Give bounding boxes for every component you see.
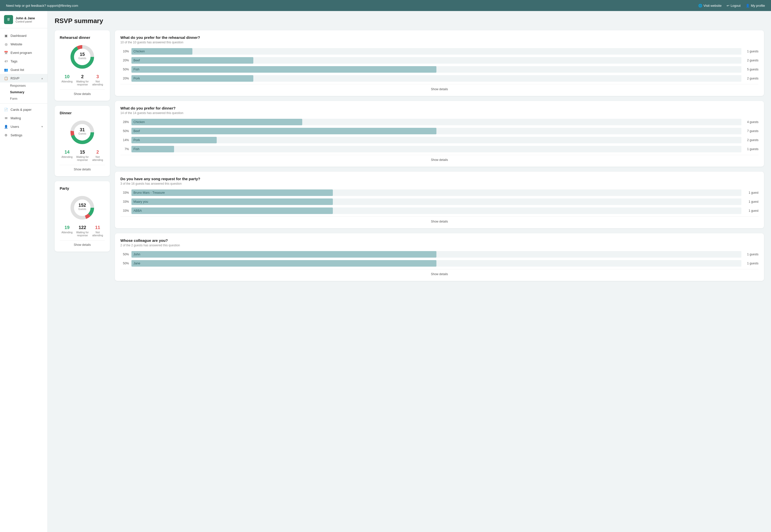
left-column: Rehearsal dinner 15 xyxy=(55,30,110,281)
sidebar-sub-form[interactable]: Form xyxy=(0,95,47,102)
question-rehearsal-dinner: What do you prefer for the rehearsal din… xyxy=(115,30,764,96)
svg-text:31: 31 xyxy=(80,127,85,132)
q2-show-details[interactable]: Show details xyxy=(120,155,758,162)
rehearsal-dinner-card: Rehearsal dinner 15 xyxy=(55,30,110,101)
bar-row: 14% Pork 2 guests xyxy=(120,137,758,143)
sidebar-item-mailing[interactable]: ✉ Mailing xyxy=(0,114,47,122)
cards-icon: 📄 xyxy=(4,108,8,112)
sidebar-item-tags[interactable]: 🏷 Tags xyxy=(0,57,47,65)
svg-text:15: 15 xyxy=(80,52,85,57)
bar-row: 10% Chicken 1 guests xyxy=(120,48,758,55)
mail-icon: ✉ xyxy=(4,116,8,120)
profile-icon: 👤 xyxy=(746,4,750,8)
bar-row: 20% Pork 2 guests xyxy=(120,75,758,82)
sidebar-item-cards[interactable]: 📄 Cards & paper xyxy=(0,105,47,114)
dinner-waiting: 15 Waiting forresponse xyxy=(76,150,89,161)
bar-row: 33% Maary you 1 guest xyxy=(120,198,758,205)
bar-row: 33% ABBA 1 guest xyxy=(120,207,758,214)
dinner-not-attending: 2 Notattending xyxy=(92,150,103,161)
bar-row: 50% John 1 guests xyxy=(120,251,758,258)
sidebar-sub-summary[interactable]: Summary xyxy=(0,89,47,95)
dinner-attending: 14 Attending xyxy=(61,150,72,161)
rehearsal-waiting: 2 Waiting forresponse xyxy=(76,74,89,86)
rehearsal-title: Rehearsal dinner xyxy=(60,35,105,40)
visit-website-link[interactable]: 🌐 Visit website xyxy=(698,4,722,8)
bar-row: 50% Beef 7 guests xyxy=(120,128,758,134)
topbar-actions: 🌐 Visit website ↩ Logout 👤 My profile xyxy=(698,4,765,8)
bar-row: 33% Bruno Mars - Treasure 1 guest xyxy=(120,189,758,196)
party-waiting: 122 Waiting forresponse xyxy=(76,225,89,237)
content-grid: Rehearsal dinner 15 xyxy=(55,30,764,281)
party-show-details[interactable]: Show details xyxy=(60,240,105,247)
sidebar-sub-responses[interactable]: Responses xyxy=(0,82,47,89)
globe-icon: 🌐 xyxy=(698,4,702,8)
tag-icon: 🏷 xyxy=(4,59,8,63)
rehearsal-stats: 10 Attending 2 Waiting forresponse 3 Not… xyxy=(60,74,105,86)
sidebar-item-rsvp[interactable]: 📋 RSVP ▲ xyxy=(0,74,47,82)
dinner-donut: 31 Guests xyxy=(60,119,105,146)
svg-text:Guests: Guests xyxy=(78,57,86,60)
party-attending: 19 Attending xyxy=(61,225,72,237)
website-icon: ◎ xyxy=(4,42,8,46)
brand-text: John & Jane Control panel xyxy=(16,16,35,23)
rsvp-icon: 📋 xyxy=(4,76,8,80)
sidebar-item-website[interactable]: ◎ Website xyxy=(0,40,47,48)
question-song: Do you have any song request for the par… xyxy=(115,172,764,228)
my-profile-link[interactable]: 👤 My profile xyxy=(746,4,765,8)
nav-primary: ▣ Dashboard ◎ Website 📅 Event program 🏷 … xyxy=(0,31,47,139)
q4-show-details[interactable]: Show details xyxy=(120,269,758,276)
page-title: RSVP summary xyxy=(55,17,764,25)
logout-link[interactable]: ↩ Logout xyxy=(727,4,741,8)
brand-icon: f/ xyxy=(4,15,13,24)
sidebar-divider xyxy=(0,103,47,104)
party-title: Party xyxy=(60,186,105,190)
dinner-card: Dinner 31 Guests xyxy=(55,106,110,176)
logout-icon: ↩ xyxy=(727,4,729,8)
bar-row: 20% Beef 2 guests xyxy=(120,57,758,64)
dinner-title: Dinner xyxy=(60,111,105,115)
right-column: What do you prefer for the rehearsal din… xyxy=(115,30,764,281)
sidebar-item-dashboard[interactable]: ▣ Dashboard xyxy=(0,31,47,40)
sidebar-item-guest-list[interactable]: 👥 Guest list xyxy=(0,65,47,74)
guests-icon: 👥 xyxy=(4,68,8,72)
question-dinner: What do you prefer for dinner? 14 of the… xyxy=(115,101,764,167)
svg-text:152: 152 xyxy=(78,203,86,208)
dinner-show-details[interactable]: Show details xyxy=(60,165,105,171)
sidebar-item-settings[interactable]: ⚙ Settings xyxy=(0,131,47,139)
dashboard-icon: ▣ xyxy=(4,34,8,38)
bar-row: 50% Jane 1 guests xyxy=(120,260,758,267)
main-content: RSVP summary Rehearsal dinner xyxy=(48,11,771,532)
sidebar: f/ John & Jane Control panel ▣ Dashboard… xyxy=(0,11,48,532)
q1-show-details[interactable]: Show details xyxy=(120,84,758,91)
settings-icon: ⚙ xyxy=(4,133,8,137)
users-icon: 👤 xyxy=(4,125,8,129)
bar-row: 7% Fish 1 guests xyxy=(120,146,758,152)
topbar: Need help or got feedback? support@flinn… xyxy=(0,0,771,11)
calendar-icon: 📅 xyxy=(4,51,8,55)
chevron-up-icon: ▲ xyxy=(41,77,43,80)
sidebar-item-event-program[interactable]: 📅 Event program xyxy=(0,48,47,57)
sidebar-item-users[interactable]: 👤 Users ▼ xyxy=(0,122,47,131)
party-stats: 19 Attending 122 Waiting forresponse 11 … xyxy=(60,225,105,237)
rehearsal-donut: 15 Guests xyxy=(60,43,105,71)
rehearsal-attending: 10 Attending xyxy=(61,74,72,86)
svg-text:Guests: Guests xyxy=(78,208,86,210)
party-donut: 152 Guests xyxy=(60,194,105,222)
question-colleague: Whose colleague are you? 2 of the 2 gues… xyxy=(115,233,764,281)
brand: f/ John & Jane Control panel xyxy=(0,11,47,28)
rehearsal-show-details[interactable]: Show details xyxy=(60,89,105,96)
chevron-down-icon: ▼ xyxy=(41,125,43,128)
help-text: Need help or got feedback? support@flinn… xyxy=(6,4,78,8)
party-not-attending: 11 Notattending xyxy=(92,225,103,237)
rehearsal-not-attending: 3 Notattending xyxy=(92,74,103,86)
bar-row: 28% Chicken 4 guests xyxy=(120,119,758,125)
party-card: Party 152 Guests xyxy=(55,181,110,252)
q3-show-details[interactable]: Show details xyxy=(120,217,758,223)
dinner-stats: 14 Attending 15 Waiting forresponse 2 No… xyxy=(60,150,105,161)
bar-row: 50% Fish 5 guests xyxy=(120,66,758,73)
svg-text:Guests: Guests xyxy=(78,132,86,135)
